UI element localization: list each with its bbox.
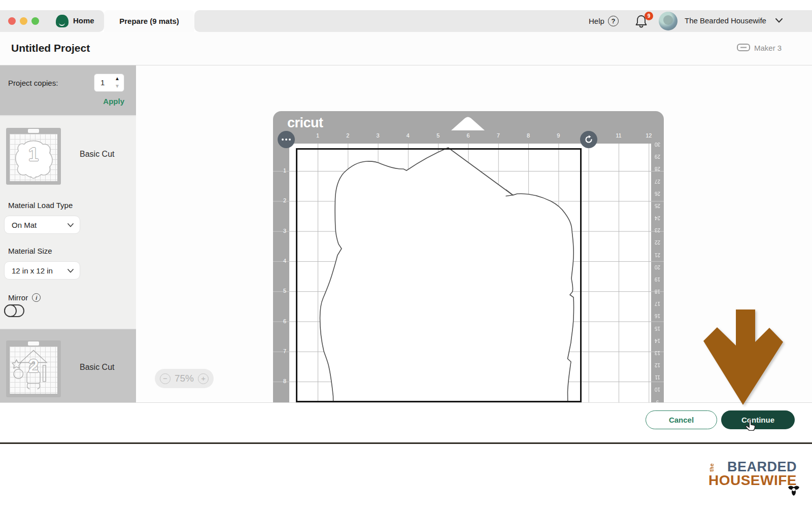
close-window-button[interactable] [8,17,16,25]
project-copies-input[interactable]: 1 ▲ ▼ [94,74,124,92]
ruler-number: 27 [651,179,664,184]
title-row: Untitled Project Maker 3 [0,32,812,65]
mirror-toggle-knob [4,304,17,317]
ruler-number: 21 [651,252,664,258]
window-bottom-edge [0,442,812,444]
minimize-window-button[interactable] [20,17,27,25]
tab-prepare-label: Prepare (9 mats) [119,17,179,25]
cancel-button[interactable]: Cancel [646,410,717,429]
notification-badge: 9 [645,12,653,20]
watermark: the BEARDED HOUSEWIFE [695,461,797,487]
ruler-number: 16 [651,313,664,319]
ruler-number: 26 [651,191,664,196]
ruler-number: 1 [274,167,286,174]
ruler-number: 6 [274,318,286,324]
beard-icon [787,485,801,497]
watermark-line2: HOUSEWIFE [708,472,797,488]
ruler-number: 22 [651,239,664,245]
material-load-type-value: On Mat [12,221,37,229]
watermark-prefix: the [709,463,715,472]
rotate-mat-button[interactable] [580,131,597,148]
mirror-label: Mirror [8,293,28,302]
zoom-level: 75% [175,373,194,384]
footer-bar: Cancel Continue [0,402,812,442]
mirror-toggle[interactable] [4,304,24,317]
apply-button[interactable]: Apply [76,97,124,106]
rotate-icon [584,135,593,144]
machine-selector[interactable]: Maker 3 [737,43,782,52]
ruler-number: 6 [464,132,473,139]
project-copies-label: Project copies: [8,79,58,87]
ruler-number: 7 [274,348,286,354]
mat-number: 1 [6,144,61,165]
help-label: Help [589,17,604,25]
cricut-brand-logo: cricut [287,115,323,131]
mat-list-item-1[interactable]: 1 Basic Cut [0,121,136,187]
material-load-type-label: Material Load Type [8,201,73,210]
ruler-number: 2 [274,197,286,203]
help-button[interactable]: Help ? [589,10,619,32]
ruler-number: 13 [651,350,664,356]
ruler-number: 18 [651,289,664,294]
mat-thumbnail-2: 2 [6,340,61,397]
mirror-row: Mirror i [8,293,41,302]
ruler-number: 15 [651,326,664,331]
mat-top-notch [448,115,488,130]
ruler-number: 3 [274,228,286,234]
user-avatar[interactable] [659,12,678,30]
ruler-number: 14 [651,338,664,343]
ruler-number: 19 [651,277,664,282]
project-copies-section: Project copies: 1 ▲ ▼ Apply [0,65,136,116]
material-size-label: Material Size [8,247,52,255]
watermark-line1: BEARDED [727,459,797,474]
ruler-number: 30 [651,142,664,147]
app-window: Home Prepare (9 mats) Help ? 9 The Beard… [0,0,812,516]
ruler-number: 28 [651,166,664,171]
chevron-down-icon [67,269,74,273]
zoom-in-button[interactable]: + [198,373,209,384]
home-button[interactable]: Home [73,16,94,25]
top-bar: Home Prepare (9 mats) Help ? 9 The Beard… [0,10,812,32]
ruler-number: 8 [274,378,286,384]
mat-thumb-notch [28,129,39,133]
maximize-window-button[interactable] [31,17,39,25]
cricut-home-icon[interactable] [56,15,69,27]
ruler-number: 8 [524,132,533,139]
selection-bounding-box[interactable] [296,148,582,402]
zoom-out-button[interactable]: − [160,373,171,384]
material-size-select[interactable]: 12 in x 12 in [4,261,80,280]
ruler-number: 17 [651,301,664,306]
spinner-down-icon[interactable]: ▼ [115,84,120,89]
ruler-number: 1 [313,132,322,139]
ruler-number: 5 [433,132,443,139]
chevron-down-icon[interactable] [775,18,783,23]
tab-prepare[interactable]: Prepare (9 mats) [104,10,194,32]
ruler-number: 4 [403,132,413,139]
mat-type-label: Basic Cut [80,363,114,372]
ruler-number: 11 [614,132,623,139]
ruler-number: 23 [651,227,664,233]
account-menu[interactable]: The Bearded Housewife [685,16,766,25]
mat-list-item-2-selected[interactable]: 2 Basic Cut [0,329,136,402]
spinner-up-icon[interactable]: ▲ [115,76,120,81]
ruler-number: 12 [644,132,653,139]
mat-number: 2 [6,356,61,377]
ruler-number: 2 [343,132,352,139]
ruler-number: 5 [274,288,286,294]
ruler-number: 12 [651,362,664,368]
info-icon[interactable]: i [32,293,41,302]
mat-left-ruler [273,144,289,402]
question-icon: ? [608,16,619,26]
material-load-type-select[interactable]: On Mat [4,216,80,234]
mat-thumb-notch [28,341,39,346]
mat-options-button[interactable] [278,131,295,148]
notifications-button[interactable]: 9 [634,14,652,30]
ruler-number: 9 [554,132,563,139]
ruler-number: 25 [651,203,664,209]
ruler-number: 11 [651,374,664,380]
sidebar: Project copies: 1 ▲ ▼ Apply 1 Basic Cut [0,65,136,402]
ruler-number: 20 [651,264,664,270]
continue-button[interactable]: Continue [721,410,795,429]
mat-thumbnail-1: 1 [6,128,61,185]
ruler-number: 3 [374,132,383,139]
